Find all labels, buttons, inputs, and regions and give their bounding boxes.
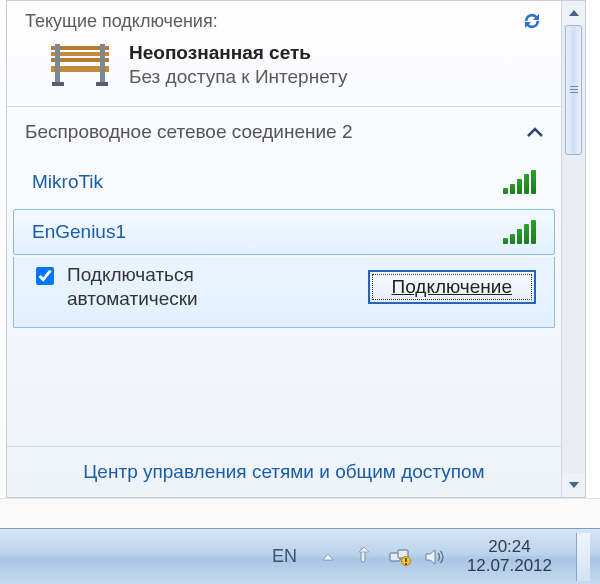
network-name: EnGenius1 <box>32 221 126 243</box>
scroll-track[interactable] <box>562 25 585 473</box>
network-item-mikrotik[interactable]: MikroTik <box>13 159 555 205</box>
svg-marker-18 <box>426 550 435 564</box>
current-connections-header: Текущие подключения: <box>7 1 561 36</box>
tray-overflow-icon[interactable] <box>317 546 339 568</box>
flyout-content: Текущие подключения: <box>7 1 561 497</box>
network-item-engenius1[interactable]: EnGenius1 <box>13 209 555 255</box>
bench-icon <box>49 42 111 88</box>
svg-rect-9 <box>96 82 108 86</box>
signal-strength-icon <box>503 170 536 194</box>
volume-tray-icon[interactable] <box>425 546 447 568</box>
scrollbar[interactable] <box>561 1 585 497</box>
svg-rect-17 <box>405 563 407 565</box>
chevron-up-icon <box>527 127 543 137</box>
scroll-down-button[interactable] <box>562 473 585 497</box>
svg-marker-0 <box>569 10 579 16</box>
current-connection-name: Неопознанная сеть <box>129 42 348 64</box>
auto-connect-checkbox[interactable] <box>36 267 54 285</box>
svg-rect-16 <box>405 558 407 562</box>
footer: Центр управления сетями и общим доступом <box>7 446 561 497</box>
auto-connect-label: Подключаться автоматически <box>67 263 277 311</box>
network-flyout: Текущие подключения: <box>6 0 586 498</box>
clock-date: 12.07.2012 <box>467 557 552 576</box>
svg-marker-10 <box>323 554 333 560</box>
svg-marker-12 <box>359 547 369 552</box>
screen: Текущие подключения: <box>0 0 600 584</box>
network-name: MikroTik <box>32 171 103 193</box>
language-indicator[interactable]: EN <box>266 546 303 567</box>
network-tray-icon[interactable] <box>389 546 411 568</box>
refresh-icon[interactable] <box>521 11 543 31</box>
scroll-up-button[interactable] <box>562 1 585 25</box>
svg-rect-7 <box>100 44 105 84</box>
current-connection-status: Без доступа к Интернету <box>129 66 348 88</box>
wireless-section-title: Беспроводное сетевое соединение 2 <box>25 121 352 143</box>
current-connection-text: Неопознанная сеть Без доступа к Интернет… <box>129 42 348 88</box>
svg-rect-8 <box>52 82 64 86</box>
connect-button[interactable]: Подключение <box>368 270 536 304</box>
clock-time: 20:24 <box>467 538 552 557</box>
action-center-icon[interactable] <box>353 546 375 568</box>
current-connections-title: Текущие подключения: <box>25 11 218 32</box>
svg-marker-1 <box>569 482 579 488</box>
signal-strength-icon <box>503 220 536 244</box>
current-connection-block: Неопознанная сеть Без доступа к Интернет… <box>7 36 561 106</box>
network-center-link[interactable]: Центр управления сетями и общим доступом <box>83 461 484 482</box>
taskbar-clock[interactable]: 20:24 12.07.2012 <box>461 538 552 575</box>
wireless-section-header[interactable]: Беспроводное сетевое соединение 2 <box>7 107 561 157</box>
show-desktop-button[interactable] <box>576 533 590 581</box>
svg-rect-6 <box>55 44 60 84</box>
scroll-thumb[interactable] <box>565 25 582 155</box>
auto-connect-panel: Подключаться автоматически Подключение <box>13 257 555 328</box>
taskbar: EN 20:24 <box>0 528 600 584</box>
window-chrome-strip <box>0 498 600 528</box>
